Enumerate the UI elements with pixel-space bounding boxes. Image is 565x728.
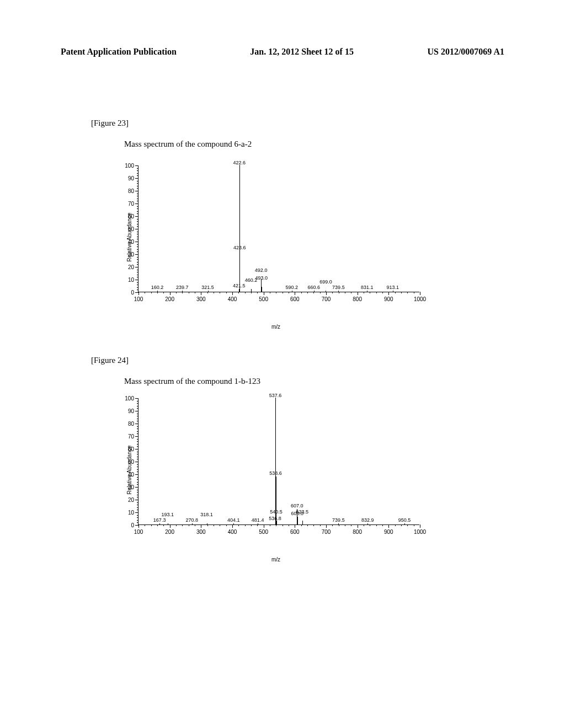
x-tick-minor bbox=[163, 524, 164, 526]
chart-24-plot: 0102030405060708090100100200300400500600… bbox=[138, 398, 419, 525]
peak bbox=[192, 523, 193, 524]
y-tick-minor bbox=[137, 477, 138, 478]
x-tick-minor bbox=[313, 524, 314, 526]
y-tick-minor bbox=[137, 211, 138, 212]
chart-24-xlabel: m/z bbox=[271, 556, 280, 563]
y-tick-minor bbox=[137, 515, 138, 516]
x-tick-minor bbox=[332, 524, 333, 526]
x-tick-minor bbox=[364, 524, 364, 526]
y-tick-label: 30 bbox=[128, 484, 134, 490]
y-tick-minor bbox=[137, 224, 138, 224]
x-tick bbox=[170, 524, 170, 528]
y-tick bbox=[135, 229, 138, 229]
x-tick-minor bbox=[395, 292, 396, 293]
peak bbox=[157, 291, 158, 292]
x-tick-label: 900 bbox=[384, 296, 393, 302]
y-tick-minor bbox=[137, 262, 138, 263]
figure-23-title: Mass spectrum of the compound 6-a-2 bbox=[124, 140, 252, 149]
x-tick-label: 500 bbox=[259, 296, 268, 302]
y-tick-label: 100 bbox=[125, 395, 134, 402]
y-tick-minor bbox=[137, 181, 138, 181]
y-tick-minor bbox=[137, 237, 138, 237]
peak bbox=[276, 521, 277, 524]
x-tick-minor bbox=[207, 292, 208, 293]
x-tick bbox=[326, 524, 327, 528]
y-tick-label: 60 bbox=[128, 213, 134, 220]
x-tick-minor bbox=[195, 292, 195, 293]
y-tick-minor bbox=[137, 479, 138, 480]
x-tick-minor bbox=[351, 524, 351, 526]
x-tick-minor bbox=[226, 292, 227, 293]
y-tick bbox=[135, 487, 138, 488]
peak-label: 739.5 bbox=[332, 285, 345, 290]
y-tick-minor bbox=[137, 421, 138, 421]
x-tick-minor bbox=[195, 524, 195, 526]
y-tick-minor bbox=[137, 247, 138, 247]
x-tick-minor bbox=[270, 524, 270, 526]
y-tick-minor bbox=[137, 170, 138, 171]
x-tick-minor bbox=[376, 292, 377, 293]
figure-24-title: Mass spectrum of the compound 1-b-123 bbox=[124, 377, 260, 386]
y-tick-minor bbox=[137, 467, 138, 467]
y-tick-minor bbox=[137, 492, 138, 493]
x-tick-minor bbox=[289, 292, 289, 293]
x-tick-minor bbox=[251, 524, 252, 526]
y-tick-minor bbox=[137, 201, 138, 201]
y-tick-minor bbox=[137, 226, 138, 227]
x-tick-minor bbox=[220, 524, 220, 526]
y-tick bbox=[135, 267, 138, 267]
y-tick-minor bbox=[137, 251, 138, 252]
x-tick bbox=[295, 524, 295, 528]
peak-label: 193.1 bbox=[161, 512, 174, 517]
y-tick-minor bbox=[137, 257, 138, 258]
peak bbox=[297, 517, 298, 524]
x-tick-minor bbox=[320, 292, 321, 293]
y-tick bbox=[135, 411, 138, 411]
x-tick-minor bbox=[382, 524, 383, 526]
chart-23-xlabel: m/z bbox=[271, 324, 280, 330]
peak-label: 540.5 bbox=[270, 509, 282, 515]
y-tick-label: 20 bbox=[128, 264, 134, 270]
peak-label: 590.2 bbox=[286, 285, 299, 290]
x-tick-minor bbox=[189, 524, 189, 526]
y-tick-minor bbox=[137, 219, 138, 220]
x-tick-minor bbox=[207, 524, 208, 526]
x-tick bbox=[388, 292, 389, 295]
x-tick bbox=[326, 292, 327, 295]
y-tick-minor bbox=[137, 502, 138, 503]
peak-label: 492.0 bbox=[255, 267, 268, 273]
x-tick-minor bbox=[364, 292, 364, 293]
peak bbox=[251, 289, 252, 292]
x-tick-minor bbox=[182, 524, 183, 526]
y-tick-minor bbox=[137, 416, 138, 416]
x-tick-minor bbox=[339, 292, 339, 293]
y-tick-minor bbox=[137, 264, 138, 265]
x-tick-label: 300 bbox=[196, 296, 206, 302]
y-tick-minor bbox=[137, 239, 138, 239]
peak-label: 607.0 bbox=[291, 503, 303, 508]
x-tick-minor bbox=[226, 524, 227, 526]
y-tick bbox=[135, 178, 138, 179]
y-tick-minor bbox=[137, 199, 138, 199]
peak-label: 404.1 bbox=[227, 517, 240, 523]
y-tick-minor bbox=[137, 517, 138, 518]
peak bbox=[207, 523, 207, 524]
y-tick-minor bbox=[137, 505, 138, 505]
peak-label: 321.5 bbox=[201, 285, 214, 290]
y-tick-minor bbox=[137, 469, 138, 470]
y-tick-label: 100 bbox=[125, 163, 134, 169]
peak bbox=[367, 523, 368, 524]
y-tick-minor bbox=[137, 244, 138, 245]
y-tick-minor bbox=[137, 414, 138, 414]
peak-label: 423.6 bbox=[233, 245, 246, 250]
y-tick-minor bbox=[137, 446, 138, 447]
peak bbox=[302, 521, 303, 524]
x-tick bbox=[138, 292, 139, 295]
y-tick bbox=[135, 242, 138, 242]
y-tick-minor bbox=[137, 277, 138, 277]
x-tick-minor bbox=[282, 292, 283, 293]
x-tick-minor bbox=[157, 292, 158, 293]
y-tick-minor bbox=[137, 426, 138, 427]
y-tick-minor bbox=[137, 490, 138, 490]
peak-label: 832.9 bbox=[361, 517, 374, 523]
